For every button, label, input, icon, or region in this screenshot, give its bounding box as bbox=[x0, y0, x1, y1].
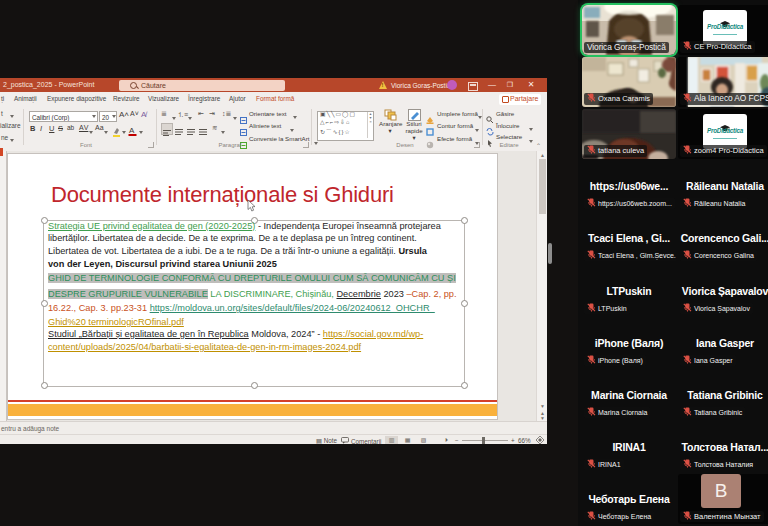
maximize-button[interactable]: ❐ bbox=[502, 78, 518, 92]
collapse-ribbon-button[interactable]: ⌃ bbox=[536, 142, 541, 149]
slide-scrollbar[interactable]: ▲▼▲▼ bbox=[536, 151, 547, 421]
view-reading-button[interactable]: ▨ bbox=[417, 436, 430, 445]
zoom-in-button[interactable]: + bbox=[511, 437, 515, 444]
italic-button[interactable]: I bbox=[40, 124, 42, 133]
shapes-gallery-scroll[interactable]: ▲▼≡ bbox=[367, 112, 373, 138]
hyperlink[interactable]: https://moldova.un.org/sites/default/fil… bbox=[150, 303, 435, 313]
account-avatar[interactable] bbox=[447, 80, 457, 90]
strikethrough-button[interactable]: S bbox=[58, 124, 63, 133]
participant-tile-1[interactable]: ProDidacticaCE Pro-Didactica bbox=[678, 5, 768, 55]
grow-font-button[interactable]: A˄ bbox=[119, 110, 129, 119]
comments-toggle[interactable]: Comentarii bbox=[341, 437, 381, 445]
selection-handle[interactable] bbox=[41, 382, 48, 389]
font-dialog-launcher[interactable] bbox=[148, 142, 154, 148]
font-size-combobox[interactable]: 20 bbox=[99, 111, 117, 122]
justify-button[interactable] bbox=[198, 123, 208, 133]
font-name-combobox[interactable]: Calibri (Corp) bbox=[29, 111, 98, 122]
participant-tile-9[interactable]: Corencenco Gali...Corencenco Galina bbox=[678, 213, 768, 263]
hyperlink[interactable]: https://social.gov.md/wp- bbox=[323, 329, 423, 339]
participant-tile-6[interactable]: https://us06we...https://us06web.zoom... bbox=[582, 161, 676, 211]
ribbon-tab-ajutor[interactable]: Ajutor bbox=[229, 95, 246, 102]
selection-handle[interactable] bbox=[461, 382, 468, 389]
align-text-button[interactable]: Aliniere text bbox=[249, 122, 281, 129]
zoom-percentage[interactable]: 66% bbox=[518, 437, 531, 444]
ribbon-tab-format-form-[interactable]: Format formă bbox=[256, 95, 294, 102]
ribbon-tab-anima-ii[interactable]: Animații bbox=[14, 95, 37, 102]
slide-scrollbar-thumb[interactable] bbox=[539, 159, 546, 214]
replace-button[interactable]: Înlocuire bbox=[496, 122, 519, 129]
ribbon-tab-revizuire[interactable]: Revizuire bbox=[113, 95, 140, 102]
participant-tile-14[interactable]: Marina CiornaiaMarina Ciornaia bbox=[582, 370, 676, 420]
bold-button[interactable]: B bbox=[30, 124, 35, 133]
underline-button[interactable]: U bbox=[49, 124, 54, 133]
text-highlight-button[interactable] bbox=[112, 123, 121, 133]
decrease-indent-button[interactable]: ⇤ bbox=[198, 110, 204, 118]
line-spacing-button[interactable]: ↕≣ bbox=[222, 110, 231, 118]
zoom-out-button[interactable]: − bbox=[455, 437, 459, 444]
participant-tile-5[interactable]: ProDidacticazoom4 Pro-Didactica bbox=[678, 109, 768, 159]
participant-tile-13[interactable]: Iana GasperIana Gasper bbox=[678, 318, 768, 368]
character-spacing-button[interactable]: ab bbox=[67, 124, 74, 131]
shrink-font-button[interactable]: A˅ bbox=[130, 110, 139, 117]
participant-tile-16[interactable]: IRINA1IRINA1 bbox=[582, 422, 676, 472]
aranjare-button[interactable]: Aranjare ▾ bbox=[379, 109, 401, 135]
hyperlink[interactable]: Strategia UE privind egalitatea de gen (… bbox=[48, 221, 255, 231]
stiluri-rapide-button[interactable]: Stilurirapide ▾ bbox=[403, 109, 425, 141]
participant-tile-0[interactable]: Viorica Goraș-Postică bbox=[582, 5, 676, 55]
participant-tile-11[interactable]: Viorica ȘapavalovViorica Șapavalov bbox=[678, 266, 768, 316]
search-box[interactable]: Căutare bbox=[119, 80, 285, 91]
ribbon-tab--i[interactable]: ți bbox=[1, 95, 4, 102]
ribbon-tab--nregistrare[interactable]: Înregistrare bbox=[188, 95, 220, 102]
change-case-button[interactable]: Aa bbox=[95, 124, 104, 131]
share-button[interactable]: Partajare bbox=[499, 94, 541, 105]
paragraph-dialog-launcher[interactable] bbox=[303, 142, 309, 148]
ribbon-tab-vizualizare[interactable]: Vizualizare bbox=[148, 95, 179, 102]
gallery-scrollbar-thumb[interactable] bbox=[548, 243, 552, 264]
participant-tile-3[interactable]: Ala Ianeco AO FCPS bbox=[678, 57, 768, 107]
participant-tile-7[interactable]: Răileanu NataliaRăileanu Natalia bbox=[678, 161, 768, 211]
close-button[interactable]: ✕ bbox=[523, 78, 539, 92]
slideshow-button[interactable]: ⏵ bbox=[440, 436, 453, 445]
participant-tile-4[interactable]: tatiana culeva bbox=[582, 109, 676, 159]
zoom-slider-thumb[interactable] bbox=[482, 437, 485, 444]
scroll-up-arrow[interactable]: ▲ bbox=[539, 152, 546, 158]
shape-outline-button[interactable]: Contur formă bbox=[437, 122, 473, 129]
participant-tile-12[interactable]: iPhone (Валя)iPhone (Валя) bbox=[582, 318, 676, 368]
selection-handle[interactable] bbox=[41, 217, 48, 224]
participant-tile-2[interactable]: Oxana Caramis bbox=[582, 57, 676, 107]
fit-to-window-button[interactable] bbox=[536, 436, 544, 445]
view-slide-sorter-button[interactable]: ▦ bbox=[401, 436, 414, 445]
selection-handle[interactable] bbox=[251, 382, 258, 389]
shapes-gallery[interactable]: ▣╲╲▭◯▢△⌐⌐⇨⇩⌂↻⌒∿{}☆▲▼≡ bbox=[317, 111, 374, 141]
text-direction-button[interactable]: Orientare text bbox=[249, 110, 287, 117]
text-effects-button[interactable]: A̲V̲ bbox=[79, 124, 88, 131]
participant-tile-8[interactable]: Tcaci Elena , Gi...Tcaci Elena , Gim.Șev… bbox=[582, 213, 676, 263]
find-button[interactable]: Găsire bbox=[496, 110, 514, 117]
cut-group-line3[interactable]: ne bbox=[1, 134, 8, 141]
font-color-button[interactable]: A bbox=[128, 122, 137, 133]
numbering-button[interactable]: ⒈≡ bbox=[177, 110, 188, 120]
participant-tile-10[interactable]: LTPuskinLTPuskin bbox=[582, 266, 676, 316]
hyperlink[interactable]: content/uploads/2025/04/barbatii-si-egal… bbox=[48, 342, 361, 352]
hyperlink[interactable]: Ghid%20 terminologicROfinal.pdf bbox=[48, 317, 184, 327]
selection-handle[interactable] bbox=[41, 300, 48, 307]
notes-toggle[interactable]: ▤ Note bbox=[316, 437, 337, 444]
shape-effects-button[interactable]: Efecte formă bbox=[437, 135, 472, 142]
increase-indent-button[interactable]: ⇥ bbox=[209, 110, 215, 118]
participant-tile-19[interactable]: BВалентина Мынзат bbox=[678, 474, 768, 524]
align-left-button[interactable] bbox=[161, 123, 173, 135]
participant-tile-18[interactable]: Чеботарь ЕленаЧеботарь Елена bbox=[582, 474, 676, 524]
shape-fill-button[interactable]: Umplere formă bbox=[437, 110, 478, 117]
participant-tile-17[interactable]: Толстова Натал...Толстова Наталия bbox=[678, 422, 768, 472]
clear-formatting-button[interactable]: A̸ bbox=[141, 110, 146, 119]
selection-handle[interactable] bbox=[461, 217, 468, 224]
notes-pane[interactable]: entru a adăuga note bbox=[0, 421, 547, 435]
zoom-slider-track[interactable] bbox=[462, 440, 508, 441]
select-button[interactable]: Selectare bbox=[496, 133, 522, 140]
thumbnail-panel-edge[interactable] bbox=[0, 151, 7, 421]
selection-handle[interactable] bbox=[461, 300, 468, 307]
minimize-button[interactable]: — bbox=[484, 78, 500, 92]
view-normal-button[interactable]: ▥ bbox=[385, 436, 398, 445]
align-right-button[interactable] bbox=[186, 123, 196, 133]
cut-group-line2[interactable]: ializare bbox=[0, 122, 21, 129]
